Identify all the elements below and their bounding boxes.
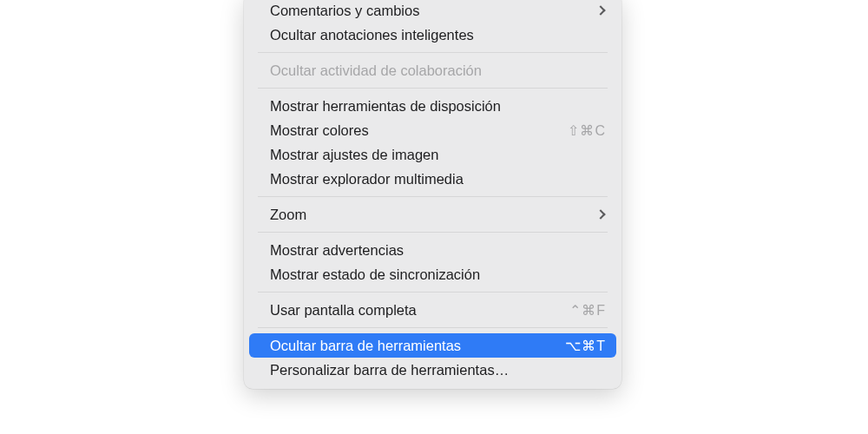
menu-separator: [258, 232, 608, 233]
menu-item-label: Comentarios y cambios: [270, 3, 597, 19]
keyboard-shortcut: ⌃⌘F: [569, 302, 606, 319]
menu-item-hide-annotations[interactable]: Ocultar anotaciones inteligentes: [244, 23, 621, 47]
menu-item-label: Mostrar herramientas de disposición: [270, 98, 606, 115]
menu-item-sync-status[interactable]: Mostrar estado de sincronización: [244, 262, 621, 286]
menu-item-fullscreen[interactable]: Usar pantalla completa ⌃⌘F: [244, 298, 621, 322]
menu-separator: [258, 52, 608, 53]
keyboard-shortcut: ⇧⌘C: [568, 122, 606, 139]
context-menu: Comentarios y cambios Ocultar anotacione…: [244, 0, 621, 389]
menu-item-comments-changes[interactable]: Comentarios y cambios: [244, 0, 621, 23]
menu-item-label: Mostrar advertencias: [270, 242, 606, 259]
menu-item-zoom[interactable]: Zoom: [244, 202, 621, 227]
menu-item-label: Ocultar actividad de colaboración: [270, 62, 606, 79]
menu-item-label: Personalizar barra de herramientas…: [270, 362, 606, 378]
menu-separator: [258, 292, 608, 293]
menu-separator: [258, 196, 608, 197]
menu-item-label: Ocultar anotaciones inteligentes: [270, 27, 606, 43]
menu-item-hide-collab-activity: Ocultar actividad de colaboración: [244, 58, 621, 82]
menu-item-show-warnings[interactable]: Mostrar advertencias: [244, 238, 621, 262]
chevron-right-icon: [595, 209, 605, 219]
menu-item-label: Mostrar colores: [270, 122, 568, 139]
menu-item-image-settings[interactable]: Mostrar ajustes de imagen: [244, 142, 621, 167]
menu-item-layout-tools[interactable]: Mostrar herramientas de disposición: [244, 94, 621, 118]
menu-item-label: Mostrar estado de sincronización: [270, 266, 606, 283]
chevron-right-icon: [595, 5, 605, 15]
menu-separator: [258, 88, 608, 89]
menu-item-customize-toolbar[interactable]: Personalizar barra de herramientas…: [244, 358, 621, 382]
menu-item-multimedia-explorer[interactable]: Mostrar explorador multimedia: [244, 167, 621, 191]
keyboard-shortcut: ⌥⌘T: [565, 338, 606, 354]
menu-item-hide-toolbar[interactable]: Ocultar barra de herramientas ⌥⌘T: [249, 333, 616, 358]
menu-item-show-colors[interactable]: Mostrar colores ⇧⌘C: [244, 118, 621, 142]
menu-item-label: Usar pantalla completa: [270, 302, 569, 319]
menu-item-label: Mostrar ajustes de imagen: [270, 147, 606, 163]
menu-separator: [258, 327, 608, 328]
menu-item-label: Ocultar barra de herramientas: [270, 338, 565, 354]
menu-item-label: Mostrar explorador multimedia: [270, 171, 606, 187]
menu-item-label: Zoom: [270, 207, 597, 223]
